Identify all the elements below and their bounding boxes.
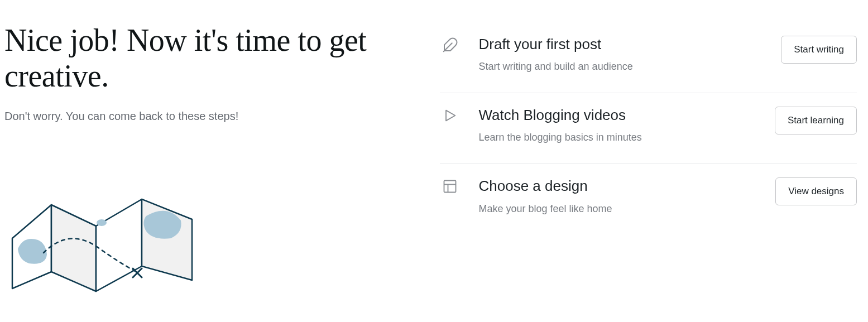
svg-rect-9	[444, 181, 455, 193]
map-illustration	[2, 188, 203, 300]
svg-marker-2	[96, 199, 142, 291]
task-title: Watch Blogging videos	[479, 107, 761, 124]
svg-point-4	[97, 219, 107, 226]
start-learning-button[interactable]: Start learning	[775, 107, 857, 134]
start-writing-button[interactable]: Start writing	[781, 36, 857, 64]
feather-icon	[440, 36, 460, 56]
hero-subtext: Don't worry. You can come back to these …	[4, 110, 412, 123]
svg-marker-1	[51, 205, 96, 291]
task-draft-post: Draft your first post Start writing and …	[440, 22, 857, 93]
task-title: Draft your first post	[479, 36, 768, 53]
view-designs-button[interactable]: View designs	[775, 177, 857, 205]
layout-icon	[440, 177, 460, 198]
task-desc: Make your blog feel like home	[479, 203, 763, 215]
task-title: Choose a design	[479, 177, 763, 195]
play-icon	[440, 107, 460, 127]
svg-marker-8	[446, 110, 455, 121]
task-desc: Start writing and build an audience	[479, 61, 768, 73]
hero-headline: Nice job! Now it's time to get creative.	[4, 22, 412, 94]
task-choose-design: Choose a design Make your blog feel like…	[440, 164, 857, 234]
task-watch-videos: Watch Blogging videos Learn the blogging…	[440, 93, 857, 164]
task-desc: Learn the blogging basics in minutes	[479, 132, 761, 143]
